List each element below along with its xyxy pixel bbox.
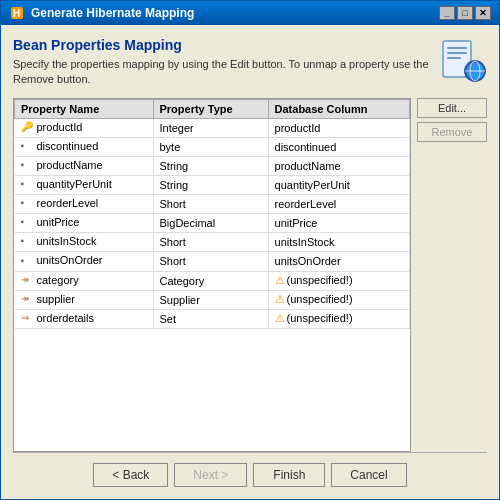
column-value: discontinued — [275, 141, 337, 153]
arrow-right-multi-icon: ⇒ — [21, 312, 35, 326]
table-row[interactable]: ▪quantityPerUnit String quantityPerUnit — [15, 176, 410, 195]
next-button[interactable]: Next > — [174, 463, 247, 487]
table-area: Property Name Property Type Database Col… — [13, 98, 487, 452]
property-name-cell: ↠supplier — [15, 290, 154, 309]
property-type: Category — [160, 275, 205, 287]
minimize-button[interactable]: _ — [439, 6, 455, 20]
warning-icon: ⚠ — [275, 274, 285, 286]
col-property-name: Property Name — [15, 99, 154, 118]
field-icon: ▪ — [21, 178, 35, 192]
property-name: category — [37, 274, 79, 286]
window-title: Generate Hibernate Mapping — [31, 6, 433, 20]
property-type: Short — [160, 255, 186, 267]
col-property-type: Property Type — [153, 99, 268, 118]
finish-button[interactable]: Finish — [253, 463, 325, 487]
property-type-cell: Category — [153, 271, 268, 290]
table-row[interactable]: ▪unitsOnOrder Short unitsOnOrder — [15, 252, 410, 271]
col-database-column: Database Column — [268, 99, 409, 118]
property-type-cell: Short — [153, 252, 268, 271]
property-name-cell: ▪quantityPerUnit — [15, 176, 154, 195]
field-icon: ▪ — [21, 197, 35, 211]
table-row[interactable]: ▪discontinued byte discontinued — [15, 137, 410, 156]
property-name-cell: ▪unitsInStock — [15, 233, 154, 252]
table-row[interactable]: ↠supplier Supplier ⚠(unspecified!) — [15, 290, 410, 309]
property-table: Property Name Property Type Database Col… — [14, 99, 410, 329]
header-icon: 🌐 — [439, 37, 487, 85]
database-column-cell: unitsInStock — [268, 233, 409, 252]
property-type-cell: Set — [153, 309, 268, 328]
field-icon: ▪ — [21, 216, 35, 230]
property-name: orderdetails — [37, 312, 94, 324]
property-type-cell: String — [153, 176, 268, 195]
edit-button[interactable]: Edit... — [417, 98, 487, 118]
database-column-cell: unitsOnOrder — [268, 252, 409, 271]
table-row[interactable]: ▪unitsInStock Short unitsInStock — [15, 233, 410, 252]
database-column-cell: unitPrice — [268, 214, 409, 233]
key-icon: 🔑 — [21, 121, 35, 135]
table-row[interactable]: ▪productName String productName — [15, 156, 410, 175]
dialog-content: Bean Properties Mapping Specify the prop… — [1, 25, 499, 499]
maximize-button[interactable]: □ — [457, 6, 473, 20]
field-icon: ▪ — [21, 235, 35, 249]
property-type: BigDecimal — [160, 217, 216, 229]
property-name: quantityPerUnit — [37, 178, 112, 190]
column-value: productId — [275, 122, 321, 134]
back-button[interactable]: < Back — [93, 463, 168, 487]
field-icon: ▪ — [21, 159, 35, 173]
property-type: Set — [160, 313, 177, 325]
property-name: unitPrice — [37, 216, 80, 228]
property-type: Supplier — [160, 294, 200, 306]
property-type-cell: BigDecimal — [153, 214, 268, 233]
database-column-cell: ⚠(unspecified!) — [268, 271, 409, 290]
property-name: unitsOnOrder — [37, 254, 103, 266]
property-table-container[interactable]: Property Name Property Type Database Col… — [13, 98, 411, 452]
main-window: H Generate Hibernate Mapping _ □ ✕ Bean … — [0, 0, 500, 500]
table-header-row: Property Name Property Type Database Col… — [15, 99, 410, 118]
title-bar: H Generate Hibernate Mapping _ □ ✕ — [1, 1, 499, 25]
property-type-cell: Short — [153, 195, 268, 214]
table-row[interactable]: ▪unitPrice BigDecimal unitPrice — [15, 214, 410, 233]
dialog-title: Bean Properties Mapping — [13, 37, 429, 53]
property-type: String — [160, 160, 189, 172]
property-name: productId — [37, 121, 83, 133]
property-type-cell: String — [153, 156, 268, 175]
property-type-cell: Short — [153, 233, 268, 252]
table-row[interactable]: ⇒orderdetails Set ⚠(unspecified!) — [15, 309, 410, 328]
column-value: quantityPerUnit — [275, 179, 350, 191]
property-name: unitsInStock — [37, 235, 97, 247]
warning-icon: ⚠ — [275, 293, 285, 305]
side-buttons: Edit... Remove — [417, 98, 487, 452]
close-button[interactable]: ✕ — [475, 6, 491, 20]
remove-button[interactable]: Remove — [417, 122, 487, 142]
property-type-cell: byte — [153, 137, 268, 156]
column-value: reorderLevel — [275, 198, 337, 210]
property-name-cell: ▪unitPrice — [15, 214, 154, 233]
unspecified-label: (unspecified!) — [287, 312, 353, 324]
property-name-cell: 🔑productId — [15, 118, 154, 137]
property-name-cell: ⇒orderdetails — [15, 309, 154, 328]
svg-rect-3 — [447, 47, 467, 49]
warning-icon: ⚠ — [275, 312, 285, 324]
database-column-cell: productId — [268, 118, 409, 137]
footer-buttons: < Back Next > Finish Cancel — [13, 453, 487, 491]
property-name-cell: ▪discontinued — [15, 137, 154, 156]
property-type-cell: Integer — [153, 118, 268, 137]
svg-text:H: H — [13, 8, 20, 19]
table-row[interactable]: 🔑productId Integer productId — [15, 118, 410, 137]
column-value: unitPrice — [275, 217, 318, 229]
property-type: String — [160, 179, 189, 191]
table-row[interactable]: ↠category Category ⚠(unspecified!) — [15, 271, 410, 290]
table-row[interactable]: ▪reorderLevel Short reorderLevel — [15, 195, 410, 214]
unspecified-label: (unspecified!) — [287, 274, 353, 286]
cancel-button[interactable]: Cancel — [331, 463, 406, 487]
field-icon: ▪ — [21, 255, 35, 269]
database-column-cell: productName — [268, 156, 409, 175]
database-column-cell: quantityPerUnit — [268, 176, 409, 195]
property-name: supplier — [37, 293, 76, 305]
property-type: Integer — [160, 122, 194, 134]
property-name: reorderLevel — [37, 197, 99, 209]
unspecified-label: (unspecified!) — [287, 293, 353, 305]
property-type: Short — [160, 198, 186, 210]
property-name-cell: ▪reorderLevel — [15, 195, 154, 214]
arrow-right-icon: ↠ — [21, 274, 35, 288]
